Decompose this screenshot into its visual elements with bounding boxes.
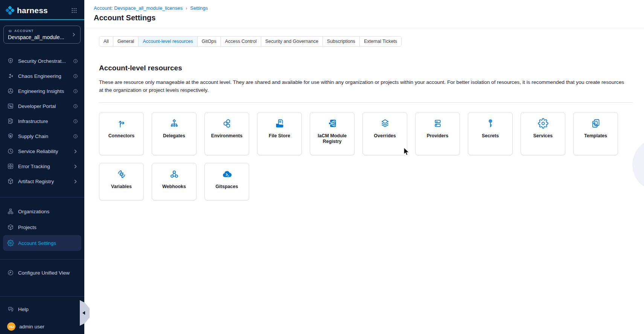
sidebar: harness ACCOUNT Devspace_all_module... S… (0, 0, 84, 334)
tab-subscriptions[interactable]: Subscriptions (323, 36, 359, 46)
sidebar-item-service-reliability[interactable]: Service Reliability (3, 144, 81, 159)
tab-access-control[interactable]: Access Control (221, 36, 261, 46)
section-heading: Account-level resources (99, 64, 633, 72)
resource-label: Providers (424, 133, 451, 139)
breadcrumb-separator: › (186, 6, 187, 11)
account-name: Devspace_all_module... (8, 34, 64, 40)
resource-label: Environments (209, 133, 245, 139)
resource-card-gitspaces[interactable]: Gitspaces (204, 163, 249, 200)
sidebar-header: harness (0, 0, 84, 15)
info-icon[interactable] (73, 73, 78, 79)
sidebar-item-developer-portal[interactable]: Developer Portal (3, 99, 81, 114)
resource-card-iacm-module-registry[interactable]: IaCM Module Registry (310, 112, 355, 155)
resource-card-templates[interactable]: Templates (573, 112, 618, 155)
resource-label: Secrets (479, 133, 501, 139)
sidebar-item-label: Developer Portal (18, 103, 69, 109)
chevron-right-icon (73, 179, 78, 184)
tab-general[interactable]: General (113, 36, 138, 46)
reliability-icon (7, 148, 14, 155)
iacm-icon (327, 118, 338, 129)
tab-account-level-resources[interactable]: Account-level resources (138, 36, 197, 46)
sidebar-item-label: Engineering Insights (18, 88, 69, 94)
info-icon[interactable] (73, 134, 78, 139)
resource-card-secrets[interactable]: Secrets (468, 112, 513, 155)
shield-icon (7, 58, 14, 64)
resource-card-services[interactable]: Services (521, 112, 565, 155)
resource-label: IaCM Module Registry (310, 133, 354, 144)
resource-card-connectors[interactable]: Connectors (99, 112, 144, 155)
breadcrumb-account-link[interactable]: Account: Devspace_all_module_licenses (94, 5, 183, 11)
breadcrumb-settings-link[interactable]: Settings (190, 5, 208, 11)
info-icon[interactable] (73, 58, 78, 64)
resource-card-providers[interactable]: Providers (415, 112, 460, 155)
breadcrumb: Account: Devspace_all_module_licenses › … (94, 5, 633, 11)
app-grid-icon[interactable] (71, 7, 78, 14)
resource-label: Webhooks (160, 184, 189, 190)
help-icon: ? (7, 306, 14, 313)
main-area: Account: Devspace_all_module_licenses › … (84, 0, 644, 334)
resource-label: Services (531, 133, 555, 139)
sidebar-item-help[interactable]: ? Help (3, 302, 81, 317)
environments-icon (222, 118, 232, 129)
resource-card-environments[interactable]: Environments (204, 112, 249, 155)
user-menu[interactable]: AU admin user (0, 319, 84, 334)
chevron-right-icon (71, 32, 76, 37)
sidebar-item-organizations[interactable]: Organizations (3, 203, 81, 219)
tab-security-and-governance[interactable]: Security and Governance (261, 36, 323, 46)
resource-card-variables[interactable]: Variables (99, 163, 144, 200)
app-root: harness ACCOUNT Devspace_all_module... S… (0, 0, 644, 334)
account-selector-text: ACCOUNT Devspace_all_module... (8, 29, 64, 40)
layers-icon (8, 29, 12, 33)
resource-label: Delegates (160, 133, 188, 139)
resource-card-delegates[interactable]: Delegates (152, 112, 196, 155)
sidebar-item-label: Service Reliability (18, 149, 69, 154)
tab-all[interactable]: All (99, 36, 113, 46)
sidebar-item-label: Artifact Registry (18, 179, 69, 184)
settings-tabs: AllGeneralAccount-level resourcesGitOpsA… (99, 36, 402, 47)
tab-gitops[interactable]: GitOps (197, 36, 221, 46)
sidebar-divider (0, 197, 84, 197)
sidebar-bottom: ? Help AU admin user (0, 296, 84, 334)
resource-card-overrides[interactable]: Overrides (362, 112, 407, 155)
accent-divider (0, 19, 84, 20)
harness-logo-icon (5, 5, 15, 15)
resource-card-webhooks[interactable]: Webhooks (152, 163, 196, 200)
resource-cards-row-1: Connectors Delegates Environments File S… (99, 112, 633, 155)
sidebar-help-nav: ? Help (0, 302, 84, 317)
harness-logo[interactable]: harness (5, 5, 48, 15)
providers-icon (432, 118, 443, 129)
resource-label: Variables (108, 184, 134, 190)
sidebar-item-label: Error Tracking (18, 164, 69, 169)
sidebar-divider (0, 296, 84, 297)
sidebar-item-error-tracking[interactable]: Error Tracking (3, 159, 81, 174)
info-icon[interactable] (73, 118, 78, 124)
sidebar-general-nav: Organizations Projects Account Settings (0, 203, 84, 251)
sidebar-item-supply-chain[interactable]: Supply Chain (3, 129, 81, 144)
sidebar-item-infrastructure[interactable]: Infrastructure (3, 114, 81, 129)
connectors-icon (116, 118, 127, 129)
sidebar-item-configure-unified-view[interactable]: Configure Unified View (3, 265, 81, 280)
resource-card-file-store[interactable]: File Store (257, 112, 302, 155)
user-avatar: AU (7, 322, 15, 331)
sidebar-item-security-orchestrat[interactable]: Security Orchestrat... (3, 53, 81, 68)
sidebar-item-chaos-engineering[interactable]: Chaos Engineering (3, 68, 81, 84)
collapse-left-icon (82, 311, 85, 315)
account-selector[interactable]: ACCOUNT Devspace_all_module... (3, 26, 81, 44)
tab-external-tickets[interactable]: External Tickets (359, 36, 401, 46)
resource-cards-row-2: Variables Webhooks Gitspaces (99, 163, 633, 200)
sidebar-item-artifact-registry[interactable]: Artifact Registry (3, 174, 81, 189)
resource-label: Overrides (371, 133, 398, 139)
sidebar-item-engineering-insights[interactable]: Engineering Insights (3, 84, 81, 99)
sidebar-item-projects[interactable]: Projects (3, 219, 81, 235)
info-icon[interactable] (73, 88, 78, 94)
info-icon[interactable] (73, 103, 78, 109)
chevron-right-icon (73, 149, 78, 154)
sidebar-item-label: Organizations (18, 209, 78, 214)
resource-label: Templates (582, 133, 610, 139)
settings-content: AllGeneralAccount-level resourcesGitOpsA… (84, 28, 644, 334)
sidebar-item-account-settings[interactable]: Account Settings (3, 235, 81, 251)
section-description: These are resource only manageable at th… (99, 78, 626, 94)
resource-label: Connectors (106, 133, 137, 139)
sidebar-item-label: Projects (18, 225, 78, 230)
sidebar-item-label: Supply Chain (18, 134, 69, 139)
